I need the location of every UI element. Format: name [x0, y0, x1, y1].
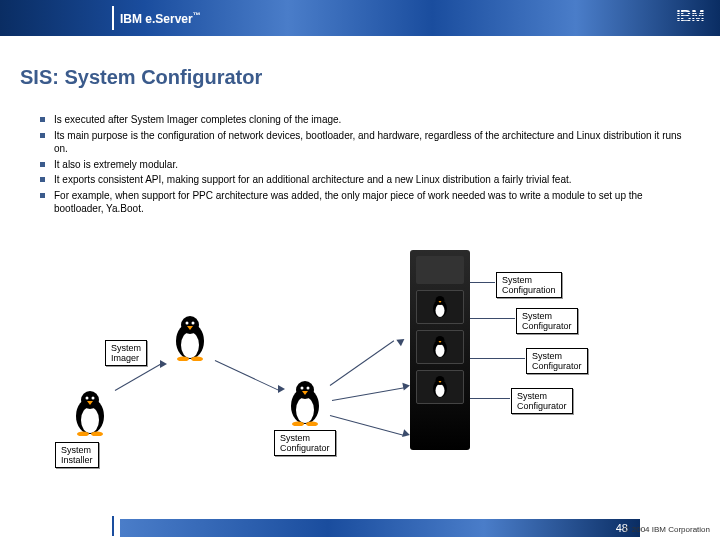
- slide-title: SIS: System Configurator: [20, 66, 720, 89]
- arrow: [330, 415, 406, 436]
- svg-point-26: [436, 296, 445, 305]
- svg-point-11: [186, 322, 189, 325]
- trademark: ™: [193, 11, 201, 20]
- bullet-item: For example, when support for PPC archit…: [40, 189, 690, 216]
- footer-divider: [112, 516, 114, 536]
- server-slot: [416, 290, 464, 324]
- arrow-head-icon: [278, 385, 285, 393]
- bullet-item: It exports consistent API, making suppor…: [40, 173, 690, 187]
- arrow: [115, 363, 163, 391]
- ibm-logo: IBM: [676, 8, 704, 26]
- arrow: [330, 340, 394, 386]
- svg-point-19: [301, 387, 304, 390]
- box-imager: SystemImager: [105, 340, 147, 366]
- server-rack-icon: [410, 250, 470, 450]
- slide-footer: 48 © 2004 IBM Corporation: [0, 516, 720, 540]
- svg-point-34: [436, 376, 445, 385]
- penguin-icon: [170, 315, 210, 361]
- arrow: [215, 360, 279, 390]
- svg-point-10: [181, 316, 199, 334]
- svg-point-12: [192, 322, 195, 325]
- box-installer: SystemInstaller: [55, 442, 99, 468]
- box-configurator: SystemConfigurator: [274, 430, 336, 456]
- header-divider: [112, 6, 114, 30]
- copyright: © 2004 IBM Corporation: [624, 525, 710, 534]
- svg-point-18: [296, 381, 314, 399]
- svg-point-33: [436, 384, 445, 397]
- svg-point-4: [92, 397, 95, 400]
- svg-point-30: [436, 336, 445, 345]
- penguin-icon: [70, 390, 110, 436]
- arrow-head-icon: [160, 360, 167, 368]
- svg-point-2: [81, 391, 99, 409]
- penguin-icon: [285, 380, 325, 426]
- svg-point-20: [307, 387, 310, 390]
- label-line: [470, 398, 510, 399]
- server-slot: [416, 370, 464, 404]
- svg-point-25: [436, 304, 445, 317]
- svg-point-1: [81, 407, 99, 433]
- label-line: [470, 282, 495, 283]
- architecture-diagram: SystemInstaller SystemImager SystemConfi…: [60, 260, 660, 480]
- slide-header: IBM e.Server™ IBM: [0, 0, 720, 36]
- bullet-item: Its main purpose is the configuration of…: [40, 129, 690, 156]
- brand-suffix: Server: [155, 12, 192, 26]
- box-configurator-r2: SystemConfigurator: [526, 348, 588, 374]
- svg-point-17: [296, 397, 314, 423]
- bullet-item: Is executed after System Imager complete…: [40, 113, 690, 127]
- footer-bar: 48: [120, 519, 640, 537]
- arrow: [332, 387, 406, 401]
- label-line: [470, 318, 515, 319]
- bullet-list: Is executed after System Imager complete…: [40, 113, 690, 216]
- header-brand: IBM e.Server™: [120, 11, 201, 26]
- label-line: [470, 358, 525, 359]
- box-configurator-r1: SystemConfigurator: [516, 308, 578, 334]
- bullet-item: It also is extremely modular.: [40, 158, 690, 172]
- arrow-head-icon: [396, 336, 406, 347]
- svg-point-9: [181, 332, 199, 358]
- box-configuration: SystemConfiguration: [496, 272, 562, 298]
- server-slot: [416, 330, 464, 364]
- svg-point-29: [436, 344, 445, 357]
- box-configurator-r3: SystemConfigurator: [511, 388, 573, 414]
- svg-point-3: [86, 397, 89, 400]
- brand-prefix: IBM e.: [120, 12, 155, 26]
